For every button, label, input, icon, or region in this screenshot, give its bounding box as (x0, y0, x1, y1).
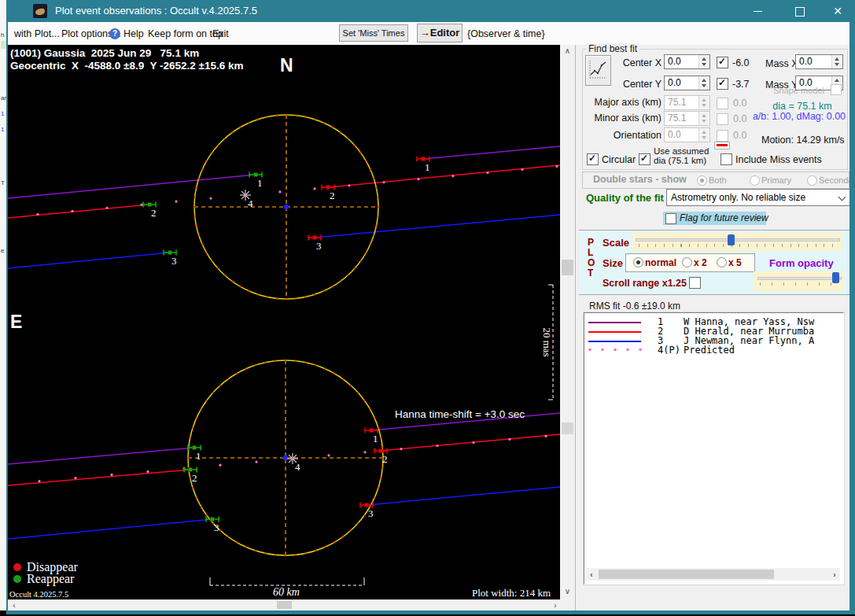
opacity-slider-track[interactable] (757, 277, 842, 280)
limb-tick-dot (378, 206, 379, 208)
editor-button[interactable]: →Editor (417, 24, 463, 42)
limb-tick-dot (248, 290, 249, 292)
limb-tick-dot (370, 168, 371, 170)
motion-label: Motion: 14.29 km/s (761, 135, 845, 146)
size-label: Size (603, 257, 623, 269)
marker-label: 1 (373, 433, 378, 444)
limb-tick-dot (380, 478, 381, 479)
spinner-icon[interactable] (831, 55, 842, 68)
scroll-left-icon[interactable]: ‹ (9, 601, 19, 610)
observer-chord (423, 146, 560, 159)
predicted-dot (71, 210, 73, 212)
plot-vscrollbar[interactable] (560, 45, 575, 599)
size-x2-radio[interactable] (682, 257, 692, 267)
use-assumed-checkbox[interactable] (639, 153, 650, 165)
predicted-dot (436, 444, 438, 447)
limb-tick-dot (195, 225, 197, 227)
limb-tick-dot (315, 550, 316, 551)
limb-tick-dot (295, 114, 297, 116)
scroll-up-icon[interactable]: ∧ (560, 46, 575, 55)
limb-tick-dot (255, 364, 256, 366)
limb-tick-dot (304, 296, 306, 297)
limb-tick-dot (275, 554, 276, 555)
predicted-dot (472, 441, 474, 444)
km-scale-label: 60 km (273, 586, 300, 598)
predicted-dot (146, 470, 149, 473)
quality-dropdown[interactable]: Astrometry only. No reliable size (666, 189, 851, 206)
fit-chart-button[interactable] (585, 55, 611, 86)
limb-tick-dot (187, 457, 189, 459)
close-button[interactable]: ✕ (824, 0, 851, 22)
limb-tick-dot (314, 119, 315, 120)
circular-checkbox[interactable] (587, 153, 599, 165)
set-miss-times-button[interactable]: Set 'Miss' Times (339, 24, 408, 42)
quality-label: Quality of the fit (586, 192, 664, 204)
limb-tick-dot (286, 114, 287, 116)
menu-exit[interactable]: Exit (212, 28, 229, 39)
center-y-checkbox[interactable] (717, 78, 728, 90)
limb-tick-dot (196, 417, 197, 419)
minimize-button[interactable] (744, 0, 771, 22)
diameter-label: dia = 75.1 km (755, 101, 849, 112)
menu-help[interactable]: Help (123, 28, 144, 39)
limb-tick-dot (340, 131, 341, 133)
plot-vscroll-thumb[interactable] (562, 260, 573, 275)
opacity-slider-thumb[interactable] (832, 272, 839, 283)
limb-tick-dot (193, 206, 195, 208)
limb-tick-dot (212, 392, 214, 393)
limb-tick-dot (231, 281, 233, 282)
flag-checkbox[interactable] (665, 213, 676, 224)
limb-tick-dot (193, 197, 195, 198)
scroll-range-checkbox[interactable] (689, 277, 701, 289)
predicted-dot (110, 474, 112, 476)
maximize-button[interactable] (787, 0, 813, 22)
scale-slider-track[interactable] (636, 238, 840, 242)
double-stars-label: Double stars - show (593, 174, 687, 185)
size-x5-radio[interactable] (717, 257, 727, 267)
spinner-icon[interactable] (698, 76, 709, 90)
scale-slider[interactable] (632, 233, 842, 251)
observer-chord (328, 165, 560, 187)
scroll-down-icon[interactable]: ∨ (560, 587, 575, 596)
plot-header-line2: Geocentric X -4588.0 ±8.9 Y -2652.2 ±15.… (10, 60, 244, 72)
scale-slider-thumb[interactable] (728, 234, 735, 245)
occultation-plot[interactable]: 12312341231234Hanna time-shift = +3.0 se… (8, 45, 560, 598)
event-marker: 1 (188, 445, 201, 463)
observer-time-label: {Observer & time} (467, 28, 545, 39)
list-scroll-left-icon[interactable]: ‹ (588, 570, 595, 579)
predicted-dot (140, 204, 142, 206)
list-hscroll-thumb[interactable] (599, 570, 774, 579)
limb-tick-dot (193, 216, 195, 217)
event-marker: 3 (206, 517, 219, 534)
center-x-input[interactable]: 0.0 (664, 54, 710, 69)
limb-tick-dot (267, 296, 268, 297)
center-y-input[interactable]: 0.0 (664, 76, 710, 90)
list-scroll-right-icon[interactable]: › (831, 570, 838, 579)
limb-tick-dot (211, 260, 212, 262)
north-label: N (280, 55, 293, 76)
limb-tick-dot (354, 267, 356, 269)
opacity-slider[interactable] (754, 271, 843, 291)
miss-line-swatch (714, 142, 730, 149)
limb-tick-dot (334, 372, 335, 374)
limb-tick-dot (196, 496, 197, 498)
marker-label: 3 (368, 507, 374, 519)
include-miss-checkbox[interactable] (720, 153, 732, 165)
limb-tick-dot (236, 372, 238, 374)
center-x-checkbox[interactable] (717, 57, 728, 68)
help-icon[interactable]: ? (109, 28, 120, 39)
observer-chord (8, 175, 256, 198)
title-bar: Plot event observations : Occult v.4.202… (6, 0, 855, 22)
observer-chord (8, 448, 194, 464)
opacity-slider-ticks (760, 282, 838, 286)
disappear-dot (13, 563, 21, 571)
mass-x-input[interactable]: 0.0 (795, 54, 843, 69)
menu-with-plot[interactable]: with Plot... (14, 28, 60, 39)
plot-hscroll-thumb[interactable] (277, 601, 292, 609)
event-marker: 3 (360, 503, 374, 520)
chart-icon (586, 56, 609, 83)
spinner-icon[interactable] (698, 55, 709, 68)
limb-tick-dot (305, 552, 307, 554)
scroll-right-icon[interactable]: › (551, 601, 560, 610)
size-normal-radio[interactable] (633, 257, 643, 267)
